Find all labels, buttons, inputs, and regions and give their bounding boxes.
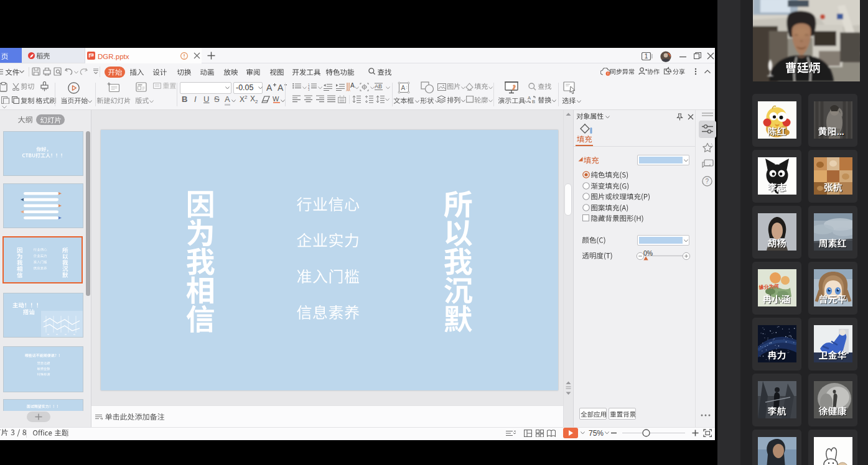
svg-text:?: ? [706, 178, 709, 185]
svg-text:A: A [401, 85, 406, 91]
svg-text:3: 3 [308, 88, 310, 91]
svg-text:W: W [273, 95, 279, 103]
svg-text:AB: AB [375, 83, 382, 90]
svg-text:A: A [266, 83, 273, 92]
svg-text:1: 1 [645, 53, 648, 60]
svg-text:A: A [278, 83, 284, 92]
svg-text:A: A [350, 82, 355, 89]
svg-text:B: B [532, 99, 535, 103]
svg-text:A: A [528, 95, 531, 101]
